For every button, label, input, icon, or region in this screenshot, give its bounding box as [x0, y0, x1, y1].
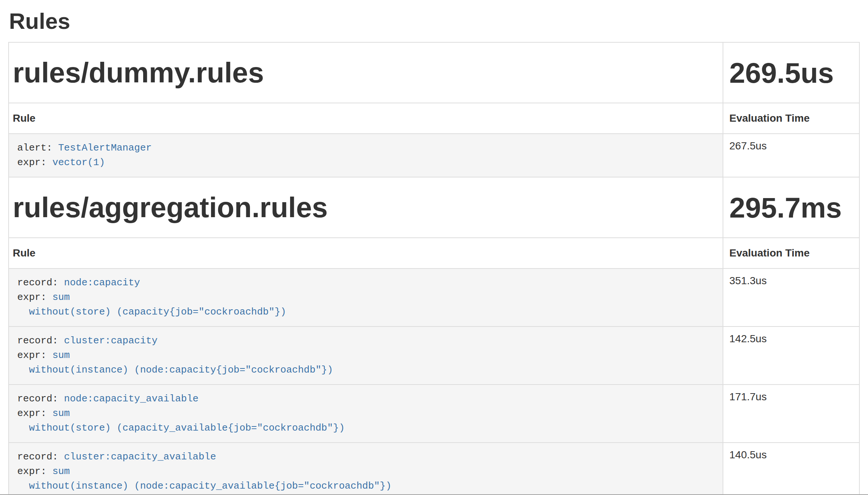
columns-header-row: RuleEvaluation Time: [9, 238, 859, 268]
rule-name-link[interactable]: cluster:capacity: [64, 335, 158, 346]
rule-definition-cell: record: cluster:capacityexpr: sum withou…: [9, 327, 723, 385]
rule-group-file: rules/aggregation.rules: [13, 191, 328, 223]
rule-row: alert: TestAlertManagerexpr: vector(1)26…: [9, 134, 859, 177]
rule-expr-line: without(instance) (node:capacity{job="co…: [17, 364, 333, 376]
rule-code: record: cluster:capacity_availableexpr: …: [17, 450, 714, 494]
rule-code: alert: TestAlertManagerexpr: vector(1): [17, 141, 714, 170]
rule-name-link[interactable]: TestAlertManager: [58, 142, 152, 154]
rule-evaluation-time: 351.3us: [723, 268, 859, 327]
rule-name-link[interactable]: node:capacity: [64, 277, 140, 288]
rules-table: rules/dummy.rules269.5usRuleEvaluation T…: [8, 42, 860, 495]
rule-group-name-cell: rules/dummy.rules: [9, 42, 723, 103]
rule-group-file: rules/dummy.rules: [13, 57, 264, 88]
rule-definition-cell: alert: TestAlertManagerexpr: vector(1): [9, 134, 723, 177]
evaluation-time-column-header: Evaluation Time: [723, 238, 859, 268]
rule-column-header: Rule: [9, 238, 723, 268]
rule-code: record: node:capacityexpr: sum without(s…: [17, 276, 714, 319]
rule-type-key: record:: [17, 451, 58, 462]
rule-expr-link[interactable]: sum without(store) (capacity_available{j…: [17, 408, 345, 434]
rule-row: record: node:capacity_availableexpr: sum…: [9, 385, 859, 443]
rule-type-key: record:: [17, 277, 58, 288]
rule-group-header-row: rules/dummy.rules269.5us: [9, 42, 859, 103]
rule-expr-link[interactable]: sum without(store) (capacity{job="cockro…: [17, 292, 286, 318]
rule-group-header-row: rules/aggregation.rules295.7ms: [9, 177, 859, 238]
page-title: Rules: [9, 9, 860, 34]
rule-evaluation-time: 140.5us: [723, 443, 859, 495]
rule-expr-link[interactable]: vector(1): [52, 157, 105, 168]
rule-row: record: node:capacityexpr: sum without(s…: [9, 268, 859, 327]
expr-key: expr:: [17, 292, 46, 303]
evaluation-time-column-header: Evaluation Time: [723, 103, 859, 134]
rule-evaluation-time: 142.5us: [723, 327, 859, 385]
columns-header-row: RuleEvaluation Time: [9, 103, 859, 134]
rule-name-link[interactable]: cluster:capacity_available: [64, 451, 216, 462]
rule-column-header: Rule: [9, 103, 723, 134]
rule-type-key: alert:: [17, 142, 52, 154]
rule-code: record: cluster:capacityexpr: sum withou…: [17, 334, 714, 377]
rule-row: record: cluster:capacityexpr: sum withou…: [9, 327, 859, 385]
browser-viewport: Rules rules/dummy.rules269.5usRuleEvalua…: [0, 0, 868, 495]
rules-page: Rules rules/dummy.rules269.5usRuleEvalua…: [0, 9, 868, 495]
rule-group-evaluation-time: 269.5us: [723, 42, 859, 103]
rule-code: record: node:capacity_availableexpr: sum…: [17, 392, 714, 435]
rule-row: record: cluster:capacity_availableexpr: …: [9, 443, 859, 495]
rule-name-link[interactable]: node:capacity_available: [64, 393, 199, 404]
rule-evaluation-time: 267.5us: [723, 134, 859, 177]
expr-key: expr:: [17, 350, 46, 361]
rule-expr-line: without(store) (capacity{job="cockroachd…: [17, 306, 286, 318]
rule-type-key: record:: [17, 335, 58, 346]
rule-definition-cell: record: node:capacity_availableexpr: sum…: [9, 385, 723, 443]
rule-expr-line: sum: [52, 350, 70, 361]
rule-type-key: record:: [17, 393, 58, 404]
expr-key: expr:: [17, 466, 46, 477]
rule-definition-cell: record: node:capacityexpr: sum without(s…: [9, 268, 723, 327]
expr-key: expr:: [17, 157, 46, 168]
rule-expr-link[interactable]: sum without(instance) (node:capacity{job…: [17, 350, 333, 376]
rule-group-evaluation-time: 295.7ms: [723, 177, 859, 238]
rule-expr-link[interactable]: sum without(instance) (node:capacity_ava…: [17, 466, 392, 492]
rule-expr-line: sum: [52, 466, 70, 477]
rule-expr-line: sum: [52, 408, 70, 419]
expr-key: expr:: [17, 408, 46, 419]
rule-expr-line: without(instance) (node:capacity_availab…: [17, 480, 392, 492]
rule-group-name-cell: rules/aggregation.rules: [9, 177, 723, 238]
rule-expr-line: sum: [52, 292, 70, 303]
rule-expr-line: vector(1): [52, 157, 105, 168]
rule-definition-cell: record: cluster:capacity_availableexpr: …: [9, 443, 723, 495]
rule-evaluation-time: 171.7us: [723, 385, 859, 443]
rule-expr-line: without(store) (capacity_available{job="…: [17, 422, 345, 434]
